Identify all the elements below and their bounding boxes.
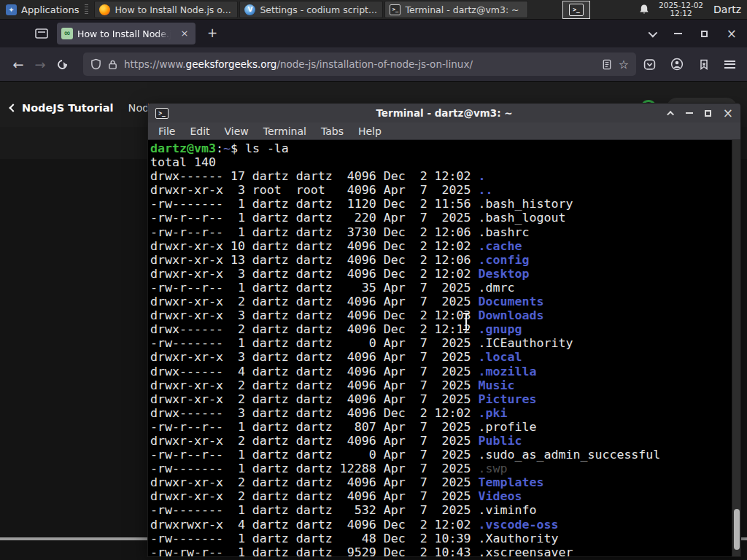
nav-scroll-left-icon[interactable] [9,104,17,112]
applications-label: Applications [21,4,79,15]
tab-title: How to Install Node.js on [77,28,174,39]
terminal-listing-row: -rw-rw-r-- 1 dartz dartz 9529 Dec 2 10:4… [150,545,740,556]
file-name: .xscreensaver [479,545,573,556]
url-bar[interactable]: https://www.geeksforgeeks.org/node-js/in… [83,52,636,76]
url-text[interactable]: https://www.geeksforgeeks.org/node-js/in… [124,58,595,70]
file-meta: -rw-r--r-- 1 dartz dartz 220 Apr 7 2025 [150,211,479,225]
terminal-scrollbar[interactable] [732,140,740,556]
file-name: .profile [479,420,537,434]
panel-user-label[interactable]: Dartz [713,4,741,15]
file-name: .viminfo [479,503,537,517]
file-meta: drwxr-xr-x 3 dartz dartz 4096 Dec 2 12:0… [150,308,479,322]
panel-clock[interactable]: 2025-12-02 12:12 [659,1,703,18]
bookmark-star-icon[interactable] [619,58,629,71]
terminal-listing: drwx------ 17 dartz dartz 4096 Dec 2 12:… [150,169,740,556]
forward-button[interactable]: → [29,53,51,75]
list-all-tabs-icon[interactable] [648,28,657,37]
terminal-listing-row: drwxr-xr-x 2 dartz dartz 4096 Apr 7 2025… [150,434,740,448]
terminal-menu-help[interactable]: Help [351,125,389,137]
file-meta: drwxr-xr-x 2 dartz dartz 4096 Apr 7 2025 [150,434,479,448]
applications-menu-button[interactable]: Applications [0,0,93,19]
pocket-save-icon[interactable] [643,58,656,71]
file-name: Pictures [479,392,537,406]
sitenav-item-tutorial[interactable]: NodeJS Tutorial [22,102,114,114]
terminal-titlebar[interactable]: Terminal - dartz@vm3: ~ [148,104,740,122]
file-meta: drwxr-xr-x 2 dartz dartz 4096 Apr 7 2025 [150,489,479,503]
file-name: .Xauthority [479,532,559,545]
tracking-shield-icon[interactable] [90,58,101,70]
menu-hamburger-icon[interactable] [724,61,735,69]
terminal-menu-terminal[interactable]: Terminal [256,125,314,137]
panel-window-button-firefox[interactable]: How to Install Node.js o... [94,1,238,18]
file-meta: -rw------- 1 dartz dartz 12288 Apr 7 202… [150,462,479,475]
file-name: .dmrc [479,281,515,295]
file-meta: -rw-r--r-- 1 dartz dartz 3730 Dec 2 12:0… [150,225,479,239]
terminal-shade-button[interactable] [667,110,674,117]
terminal-listing-row: -rw------- 1 dartz dartz 1120 Dec 2 11:5… [150,197,740,211]
file-meta: drwx------ 4 dartz dartz 4096 Apr 7 2025 [150,365,479,378]
firefox-view-icon[interactable] [32,24,51,43]
terminal-listing-row: drwxr-xr-x 3 dartz dartz 4096 Apr 7 2025… [150,350,740,364]
terminal-maximize-button[interactable] [705,110,711,117]
new-tab-button[interactable] [203,24,222,43]
terminal-minimize-button[interactable] [686,112,693,114]
file-meta: -rw-r--r-- 1 dartz dartz 807 Apr 7 2025 [150,420,479,434]
terminal-scrollbar-thumb[interactable] [734,509,740,550]
terminal-window-controls [669,109,733,117]
terminal-output[interactable]: dartz@vm3:~$ ls -la total 140 drwx------… [148,140,740,556]
file-name: Public [479,434,522,448]
lock-icon[interactable] [108,59,117,70]
geeksforgeeks-favicon [61,28,73,39]
panel-window-button-vscodium[interactable]: Settings - codium script... [239,1,383,18]
terminal-listing-row: -rw------- 1 dartz dartz 0 Apr 7 2025 .I… [150,336,740,350]
file-name: Templates [479,475,544,489]
terminal-icon [390,4,400,15]
file-name: .bash_logout [479,211,566,225]
terminal-listing-row: drwxr-xr-x 2 dartz dartz 4096 Apr 7 2025… [150,475,740,489]
terminal-listing-row: -rw------- 1 dartz dartz 12288 Apr 7 202… [150,462,740,475]
file-meta: drwxr-xr-x 13 dartz dartz 4096 Dec 2 12:… [150,253,479,267]
terminal-menu-tabs[interactable]: Tabs [314,125,351,137]
file-meta: drwxr-xr-x 2 dartz dartz 4096 Apr 7 2025 [150,378,479,392]
desktop-panel: Applications How to Install Node.js o...… [0,0,747,20]
terminal-menu-file[interactable]: File [151,125,182,137]
account-icon[interactable] [670,58,684,71]
window-button-title: Terminal - dartz@vm3: ~ [405,4,519,15]
back-button[interactable]: ← [7,53,29,75]
applications-icon [6,4,17,15]
file-meta: drwxr-xr-x 2 dartz dartz 4096 Apr 7 2025 [150,475,479,489]
extension-icon[interactable] [698,58,710,71]
browser-minimize-button[interactable] [674,33,682,34]
reader-mode-icon[interactable] [602,59,612,70]
file-name: .bashrc [479,225,530,239]
file-meta: -rw------- 1 dartz dartz 0 Apr 7 2025 [150,336,479,350]
terminal-listing-row: drwxr-xr-x 3 dartz dartz 4096 Dec 2 12:0… [150,267,740,281]
browser-close-button[interactable] [727,30,737,38]
tab-close-icon[interactable] [178,27,191,40]
notification-bell-icon[interactable] [638,4,650,15]
file-meta: drwxr-xr-x 10 dartz dartz 4096 Dec 2 12:… [150,239,479,253]
tabbar-controls [649,30,747,38]
browser-tab-bar: How to Install Node.js on [0,20,747,47]
terminal-listing-row: -rw------- 1 dartz dartz 532 Apr 7 2025 … [150,503,740,517]
reload-button[interactable] [51,53,73,75]
terminal-listing-row: -rw-r--r-- 1 dartz dartz 220 Apr 7 2025 … [150,211,740,225]
terminal-close-button[interactable] [723,109,733,117]
file-name: .gnupg [479,322,522,336]
terminal-menu-edit[interactable]: Edit [182,125,217,137]
tray-terminal-indicator[interactable] [562,1,590,19]
browser-maximize-button[interactable] [701,31,708,37]
toolbar-right-icons [643,58,747,71]
terminal-listing-row: drwx------ 17 dartz dartz 4096 Dec 2 12:… [150,169,740,183]
terminal-listing-row: drwxr-xr-x 3 dartz dartz 4096 Dec 2 12:0… [150,308,740,322]
terminal-window: Terminal - dartz@vm3: ~ FileEditViewTerm… [147,103,741,557]
panel-window-button-terminal[interactable]: Terminal - dartz@vm3: ~ [384,1,528,18]
browser-tab[interactable]: How to Install Node.js on [57,23,196,44]
file-meta: drwx------ 2 dartz dartz 4096 Dec 2 12:1… [150,322,479,336]
terminal-listing-row: drwx------ 3 dartz dartz 4096 Dec 2 12:0… [150,406,740,420]
file-meta: -rw------- 1 dartz dartz 532 Apr 7 2025 [150,503,479,517]
file-meta: -rw------- 1 dartz dartz 48 Dec 2 10:39 [150,532,479,545]
terminal-listing-row: drwxr-xr-x 2 dartz dartz 4096 Apr 7 2025… [150,489,740,503]
terminal-listing-row: -rw-r--r-- 1 dartz dartz 0 Apr 7 2025 .s… [150,448,740,462]
terminal-menu-view[interactable]: View [217,125,256,137]
